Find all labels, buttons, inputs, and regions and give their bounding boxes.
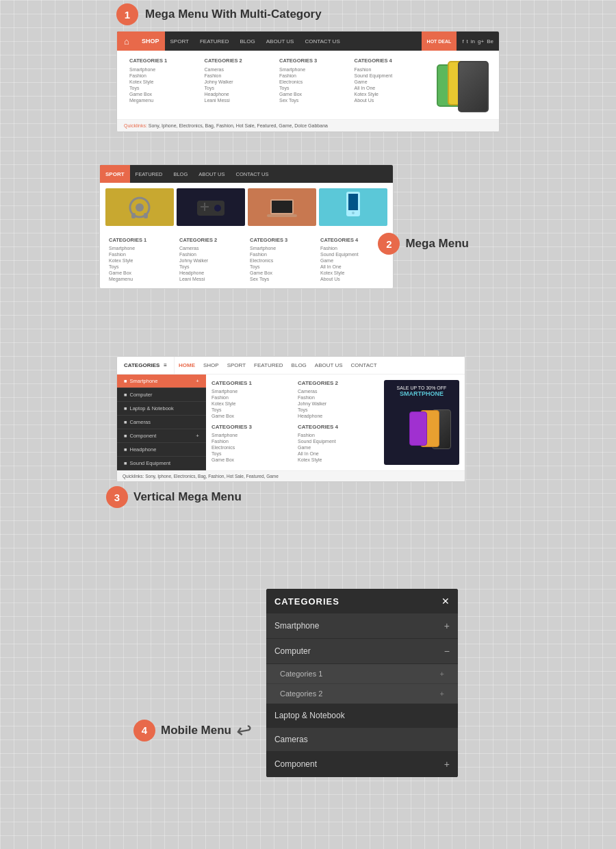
catg1-item[interactable]: Fashion [109,252,172,257]
shop-button[interactable]: SHOP [136,31,165,51]
mobile-item-smartphone[interactable]: Smartphone + [266,613,458,639]
mobile-item-component[interactable]: Component + [266,752,458,777]
collapse-icon[interactable]: − [444,646,450,657]
nav-blog[interactable]: BLOG [234,31,260,51]
catg4-item[interactable]: Sound Equipment [320,252,384,257]
hot-deal-button[interactable]: HOT DEAL [422,31,457,51]
catg4-item[interactable]: Game [320,258,384,263]
cat2-item[interactable]: Headphone [205,92,269,97]
vcat2-item[interactable]: Johny Walker [298,401,381,406]
mobile-item-cameras[interactable]: Cameras [266,728,458,752]
catg2-item[interactable]: Cameras [179,246,243,251]
expand-icon[interactable]: + [444,620,450,631]
catg3-item[interactable]: Game Box [250,270,313,275]
catg2-item[interactable]: Headphone [179,270,243,275]
cat1-item[interactable]: Toys [129,86,194,90]
sidebar-component[interactable]: ■ Component + [117,429,206,443]
vcat3-item[interactable]: Fashion [211,439,294,444]
cat3-item[interactable]: Electronics [279,79,344,84]
cat3-item[interactable]: Sex Toys [279,98,344,103]
behance-icon[interactable]: Be [487,38,493,45]
categories-menu-button[interactable]: CATEGORIES ≡ [117,357,175,374]
sidebar-smartphone[interactable]: ■ Smartphone + [117,375,206,388]
mobile-subitem-cat1[interactable]: Categories 1 + [266,664,458,684]
expand-icon[interactable]: + [444,759,450,770]
vcat3-item[interactable]: Toys [211,451,294,456]
vcat4-item[interactable]: All In One [298,451,381,456]
cat2-item[interactable]: Leani Messi [205,98,269,103]
vnav-featured[interactable]: FEATURED [250,357,287,375]
vcat1-item[interactable]: Toys [211,407,294,412]
mobile-item-computer[interactable]: Computer − [266,639,458,664]
vnav-contact[interactable]: CONTACT [347,357,381,375]
vnav-about[interactable]: ABOUT US [311,357,347,375]
catg4-item[interactable]: Fashion [320,246,384,251]
vcat4-item[interactable]: Sound Equipment [298,439,381,444]
catg4-item[interactable]: All In One [320,264,384,269]
twitter-icon[interactable]: t [467,38,468,45]
cat3-item[interactable]: Fashion [279,73,344,78]
sidebar-computer[interactable]: ■ Computer [117,388,206,402]
sidebar-headphone[interactable]: ■ Headphone [117,443,206,457]
catg3-item[interactable]: Electronics [250,258,313,263]
catg3-item[interactable]: Fashion [250,252,313,257]
mobile-item-laptop[interactable]: Laptop & Notebook [266,704,458,728]
cat4-item[interactable]: Sound Equipment [355,73,419,78]
cat1-item[interactable]: Game Box [129,92,194,97]
vcat1-item[interactable]: Kotex Style [211,401,294,406]
nav2-about[interactable]: ABOUT US [193,165,230,183]
vcat3-item[interactable]: Smartphone [211,433,294,438]
catg1-item[interactable]: Kotex Style [109,258,172,263]
vnav-blog[interactable]: BLOG [287,357,311,375]
vcat4-item[interactable]: Fashion [298,433,381,438]
catg2-item[interactable]: Johny Walker [179,258,243,263]
catg3-item[interactable]: Sex Toys [250,277,313,281]
vcat1-item[interactable]: Smartphone [211,389,294,394]
home-icon[interactable]: ⌂ [117,31,136,51]
cat1-item[interactable]: Kotex Style [129,79,194,84]
vcat3-item[interactable]: Electronics [211,445,294,450]
nav-about[interactable]: ABOUT US [261,31,300,51]
google-icon[interactable]: g+ [478,38,484,45]
sport-button[interactable]: SPORT [100,165,130,183]
cat2-item[interactable]: Johny Walker [205,79,269,84]
cat2-item[interactable]: Cameras [205,67,269,72]
cat4-item[interactable]: Fashion [355,67,419,72]
vnav-shop[interactable]: SHOP [199,357,223,375]
catg1-item[interactable]: Smartphone [109,246,172,251]
cat3-item[interactable]: Game Box [279,92,344,97]
vcat4-item[interactable]: Kotex Style [298,457,381,462]
catg4-item[interactable]: Kotex Style [320,270,384,275]
sidebar-laptop[interactable]: ■ Laptop & Notebook [117,402,206,416]
nav2-contact[interactable]: CONTACT US [230,165,274,183]
vnav-sport[interactable]: SPORT [223,357,250,375]
facebook-icon[interactable]: f [462,38,463,45]
vcat1-item[interactable]: Game Box [211,414,294,418]
sidebar-sound[interactable]: ■ Sound Equipment [117,457,206,470]
vcat2-item[interactable]: Cameras [298,389,381,394]
vcat2-item[interactable]: Toys [298,407,381,412]
sidebar-cameras[interactable]: ■ Cameras [117,416,206,429]
nav-featured[interactable]: FEATURED [194,31,235,51]
cat1-item[interactable]: Fashion [129,73,194,78]
mobile-subitem-cat2[interactable]: Categories 2 + [266,684,458,704]
catg4-item[interactable]: About Us [320,277,384,281]
catg2-item[interactable]: Toys [179,264,243,269]
cat4-item[interactable]: Game [355,79,419,84]
vcat2-item[interactable]: Headphone [298,414,381,418]
nav-sport[interactable]: SPORT [165,31,194,51]
vcat4-item[interactable]: Game [298,445,381,450]
cat4-item[interactable]: All In One [355,86,419,90]
expand-icon[interactable]: + [440,670,444,678]
expand-icon[interactable]: + [440,689,444,698]
catg1-item[interactable]: Toys [109,264,172,269]
cat4-item[interactable]: About Us [355,98,419,103]
cat4-item[interactable]: Kotex Style [355,92,419,97]
catg1-item[interactable]: Game Box [109,270,172,275]
catg3-item[interactable]: Toys [250,264,313,269]
vcat1-item[interactable]: Fashion [211,395,294,400]
cat1-item[interactable]: Megamenu [129,98,194,103]
linkedin-icon[interactable]: in [471,38,475,45]
catg2-item[interactable]: Leani Messi [179,277,243,281]
cat2-item[interactable]: Fashion [205,73,269,78]
